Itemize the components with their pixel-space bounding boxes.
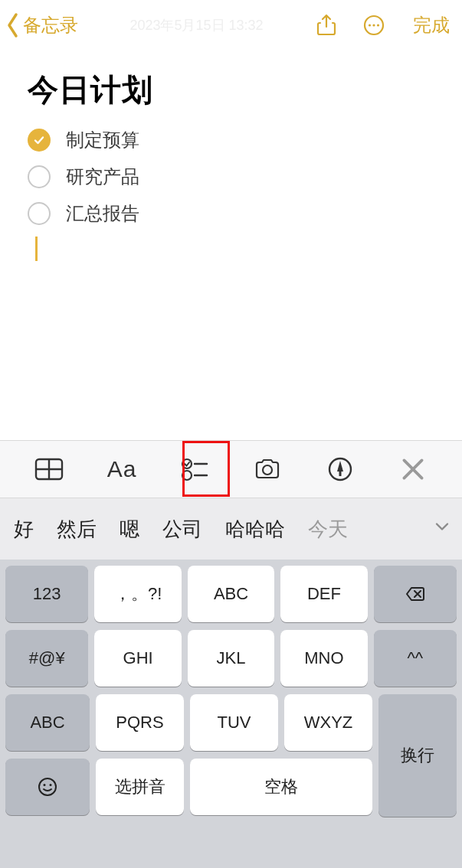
- close-toolbar-button[interactable]: [390, 450, 436, 488]
- checklist-item[interactable]: 汇总报告: [28, 195, 434, 232]
- done-button[interactable]: 完成: [413, 13, 450, 38]
- key-emoji[interactable]: [5, 759, 90, 815]
- back-button[interactable]: 备忘录: [5, 12, 78, 38]
- candidate-word[interactable]: 然后: [57, 516, 97, 543]
- key-tuv[interactable]: TUV: [190, 694, 278, 751]
- checklist-button[interactable]: [172, 450, 218, 488]
- candidate-word[interactable]: 哈哈哈: [225, 516, 285, 543]
- key-123[interactable]: 123: [5, 566, 88, 622]
- svg-point-16: [50, 784, 52, 786]
- svg-point-9: [182, 471, 192, 480]
- key-delete[interactable]: [374, 566, 457, 622]
- candidate-word[interactable]: 嗯: [120, 516, 139, 543]
- svg-point-1: [369, 24, 371, 26]
- text-cursor: [35, 237, 38, 261]
- delete-icon: [405, 583, 426, 605]
- ellipsis-circle-icon: [362, 14, 385, 37]
- share-button[interactable]: [315, 14, 338, 37]
- svg-point-2: [372, 24, 375, 26]
- svg-point-11: [263, 465, 272, 475]
- checklist-item-text[interactable]: 研究产品: [66, 165, 139, 189]
- checklist-icon: [179, 455, 210, 483]
- checkbox-unchecked[interactable]: [28, 165, 51, 188]
- nav-actions: 完成: [315, 13, 454, 38]
- key-abc-mode[interactable]: ABC: [5, 694, 90, 751]
- checklist-item-text[interactable]: 制定预算: [66, 128, 139, 152]
- emoji-smile-icon: [37, 776, 58, 798]
- key-def[interactable]: DEF: [280, 566, 367, 622]
- key-ghi[interactable]: GHI: [94, 630, 181, 687]
- top-nav: 备忘录 2023年5月15日 13:32 完成: [0, 0, 462, 51]
- keyboard: 好 然后 嗯 公司 哈哈哈 今天 123 ，。?! ABC DEF #@¥ GH…: [0, 498, 462, 868]
- key-select-pinyin[interactable]: 选拼音: [96, 759, 184, 815]
- note-title[interactable]: 今日计划: [28, 69, 434, 111]
- candidate-bar: 好 然后 嗯 公司 哈哈哈 今天: [0, 498, 462, 560]
- markup-button[interactable]: [317, 450, 363, 488]
- svg-point-3: [377, 24, 379, 26]
- text-style-button[interactable]: Aa: [99, 450, 145, 488]
- note-body[interactable]: 今日计划 制定预算 研究产品 汇总报告: [0, 51, 462, 261]
- chevron-down-icon: [433, 517, 451, 536]
- key-grid: 123 ，。?! ABC DEF #@¥ GHI JKL MNO ^^ ABC: [0, 560, 462, 830]
- camera-icon: [252, 455, 283, 483]
- candidate-word[interactable]: 公司: [162, 516, 202, 543]
- key-punct[interactable]: ，。?!: [94, 566, 181, 622]
- checkbox-unchecked[interactable]: [28, 202, 51, 225]
- note-timestamp-ghost: 2023年5月15日 13:32: [78, 16, 315, 34]
- svg-point-15: [44, 784, 46, 786]
- table-button[interactable]: [26, 450, 72, 488]
- key-wxyz[interactable]: WXYZ: [284, 694, 372, 751]
- key-space[interactable]: 空格: [190, 759, 372, 815]
- key-kaomoji[interactable]: ^^: [374, 630, 457, 687]
- camera-button[interactable]: [244, 450, 290, 488]
- checklist-item-text[interactable]: 汇总报告: [66, 201, 139, 226]
- key-return[interactable]: 换行: [378, 694, 457, 817]
- key-symbols[interactable]: #@¥: [5, 630, 88, 687]
- format-toolbar: Aa: [0, 440, 462, 498]
- key-jkl[interactable]: JKL: [188, 630, 274, 687]
- checklist-item[interactable]: 研究产品: [28, 158, 434, 195]
- back-label: 备忘录: [23, 13, 78, 38]
- candidate-word[interactable]: 今天: [308, 516, 348, 543]
- key-abc[interactable]: ABC: [188, 566, 274, 622]
- close-icon: [398, 455, 428, 483]
- svg-point-14: [39, 778, 56, 795]
- chevron-left-icon: [5, 12, 21, 38]
- more-button[interactable]: [362, 14, 385, 37]
- checkbox-checked[interactable]: [28, 129, 51, 152]
- svg-rect-13: [339, 472, 342, 476]
- expand-candidates-button[interactable]: [433, 517, 451, 541]
- checklist-item[interactable]: 制定预算: [28, 122, 434, 158]
- share-icon: [315, 14, 338, 37]
- markup-pen-icon: [325, 455, 356, 483]
- key-mno[interactable]: MNO: [280, 630, 367, 687]
- table-icon: [34, 455, 64, 483]
- candidate-word[interactable]: 好: [14, 516, 34, 543]
- svg-point-7: [182, 459, 192, 468]
- checkmark-icon: [33, 134, 45, 146]
- key-pqrs[interactable]: PQRS: [96, 694, 184, 751]
